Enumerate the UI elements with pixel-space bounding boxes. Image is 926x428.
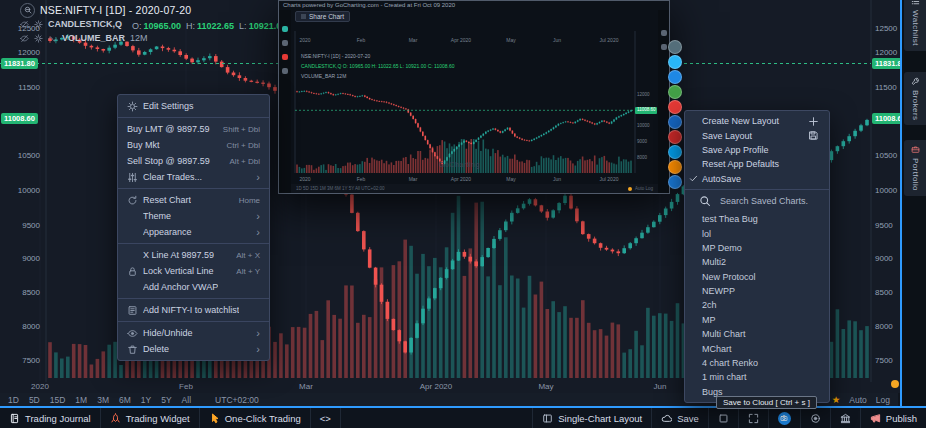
timeframe-1y[interactable]: 1Y (141, 395, 151, 405)
menu-item-save-layout[interactable]: Save Layout (685, 128, 829, 142)
square-button[interactable] (708, 408, 738, 428)
log-scale-label[interactable]: Log (876, 395, 890, 405)
menu-item-sell-stop-9897-59[interactable]: Sell Stop @ 9897.59Alt + Dbl (118, 153, 269, 169)
menu-item-reset-app-defaults[interactable]: Reset App Defaults (685, 157, 829, 171)
zoom-out-icon[interactable] (20, 3, 35, 18)
gear-icon[interactable] (34, 20, 43, 29)
menu-item-appearance[interactable]: Appearance› (118, 224, 269, 240)
button-[interactable]: <> (311, 408, 341, 428)
share-facebook-button[interactable] (668, 70, 682, 84)
reset-icon (127, 195, 138, 206)
time-tick: Apr 2020 (420, 382, 452, 391)
menu-item-hide-unhide[interactable]: Hide/Unhide› (118, 325, 269, 341)
auto-scale-label[interactable]: Auto (849, 395, 867, 405)
expand-button[interactable] (738, 408, 768, 428)
saved-chart-multi-chart[interactable]: Multi Chart (685, 327, 829, 341)
share-reddit-button[interactable] (668, 160, 682, 174)
menu-separator (118, 243, 269, 244)
search-input[interactable] (718, 195, 826, 207)
timeframe-1m[interactable]: 1M (75, 395, 87, 405)
saved-chart-mchart[interactable]: MChart (685, 341, 829, 355)
menu-item-buy-mkt[interactable]: Buy MktCtrl + Dbl (118, 137, 269, 153)
menu-item-save-app-profile[interactable]: Save App Profile (685, 143, 829, 157)
target-button[interactable] (800, 408, 830, 428)
menu-item-x-line-at-9897-59[interactable]: X Line At 9897.59Alt + X (118, 247, 269, 263)
timeframe-5y[interactable]: 5Y (161, 395, 171, 405)
bank-button[interactable] (830, 408, 860, 428)
right-sidebar: WatchlistBrokersPortfolio (900, 0, 926, 407)
share-whatsapp-button[interactable] (668, 85, 682, 99)
menu-item-add-nifty-i-to-watchlist[interactable]: Add NIFTY-I to watchlist (118, 302, 269, 318)
price-tick: 8000 (0, 322, 40, 331)
share-link-button[interactable] (668, 175, 682, 189)
menu-item-buy-lmt-9897-59[interactable]: Buy LMT @ 9897.59Shift + Dbl (118, 121, 269, 137)
saved-chart-mp-demo[interactable]: MP Demo (685, 241, 829, 255)
time-tick: May (538, 382, 553, 391)
price-tick: 11500 (0, 83, 40, 92)
timeframe-all[interactable]: All (182, 395, 191, 405)
timeframe-1d[interactable]: 1D (8, 395, 19, 405)
study-volume-label[interactable]: VOLUME_BAR (62, 33, 125, 43)
gear-icon[interactable] (34, 34, 43, 43)
share-linkedin-button[interactable] (668, 115, 682, 129)
menu-item-create-new-layout[interactable]: Create New Layout (685, 114, 829, 128)
study-candlestick-label[interactable]: CANDLESTICK,Q (48, 19, 122, 29)
menu-item-autosave[interactable]: AutoSave (685, 172, 829, 186)
preview-time-tick: May (506, 176, 515, 182)
camera-button[interactable] (768, 408, 800, 428)
menu-item-clear-trades[interactable]: Clear Trades...› (118, 169, 269, 185)
timeframe-3m[interactable]: 3M (97, 395, 109, 405)
saved-chart-lol[interactable]: lol (685, 226, 829, 240)
eye-icon (127, 328, 138, 339)
time-tick: Jun (654, 382, 667, 391)
menu-separator (118, 188, 269, 189)
button-publish[interactable]: Publish (860, 408, 926, 428)
saved-chart-multi2[interactable]: Multi2 (685, 255, 829, 269)
saved-charts-search[interactable] (685, 189, 829, 212)
menu-item-add-anchor-vwap[interactable]: Add Anchor VWAP (118, 279, 269, 295)
price-tick: 9000 (0, 254, 40, 263)
share-slack-button[interactable] (668, 40, 682, 54)
eye-off-icon[interactable] (20, 34, 29, 43)
timezone-label[interactable]: UTC+02:00 (215, 395, 259, 405)
lock-icon (127, 266, 138, 277)
button-trading-widget[interactable]: Trading Widget (101, 408, 200, 428)
saved-chart-newpp[interactable]: NEWPP (685, 284, 829, 298)
sidebar-tab-brokers[interactable]: Brokers (904, 72, 926, 125)
menu-item-reset-chart[interactable]: Reset ChartHome (118, 192, 269, 208)
star-icon[interactable]: ★ (832, 394, 841, 405)
trash-icon (127, 344, 138, 355)
menu-item-theme[interactable]: Theme› (118, 208, 269, 224)
button-save[interactable]: Save (651, 408, 708, 428)
saved-chart-mp[interactable]: MP (685, 313, 829, 327)
layout-menu: Create New LayoutSave LayoutSave App Pro… (684, 110, 830, 403)
preview-time-tick: Mar (409, 176, 418, 182)
menu-separator (118, 321, 269, 322)
button-single-chart-layout[interactable]: Single-Chart Layout (532, 408, 651, 428)
menu-separator (118, 117, 269, 118)
saved-chart-2ch[interactable]: 2ch (685, 298, 829, 312)
wave-icon[interactable] (48, 34, 57, 43)
notification-dot[interactable] (891, 380, 899, 388)
saved-chart-test-thea-bug[interactable]: test Thea Bug (685, 212, 829, 226)
timeframe-6m[interactable]: 6M (119, 395, 131, 405)
sidebar-tab-watchlist[interactable]: Watchlist (904, 0, 926, 51)
price-chip: 11831.80 (1, 58, 38, 69)
saved-chart-1-min-chart[interactable]: 1 min chart (685, 370, 829, 384)
timeframe-5d[interactable]: 5D (29, 395, 40, 405)
saved-chart-new-protocol[interactable]: New Protocol (685, 270, 829, 284)
eye-off-icon[interactable] (20, 20, 29, 29)
saved-chart-4-chart-renko[interactable]: 4 chart Renko (685, 356, 829, 370)
button-trading-journal[interactable]: Trading Journal (0, 408, 101, 428)
share-gmail-button[interactable] (668, 130, 682, 144)
share-twitter-button[interactable] (668, 55, 682, 69)
menu-item-edit-settings[interactable]: Edit Settings (118, 98, 269, 114)
save-icon (808, 130, 819, 141)
share-pinterest-button[interactable] (668, 100, 682, 114)
menu-item-lock-vertical-line[interactable]: Lock Vertical LineAlt + Y (118, 263, 269, 279)
menu-item-delete[interactable]: Delete› (118, 341, 269, 357)
sidebar-tab-portfolio[interactable]: Portfolio (904, 140, 926, 196)
share-telegram-button[interactable] (668, 145, 682, 159)
timeframe-15d[interactable]: 15D (50, 395, 66, 405)
button-one-click-trading[interactable]: One-Click Trading (200, 408, 311, 428)
